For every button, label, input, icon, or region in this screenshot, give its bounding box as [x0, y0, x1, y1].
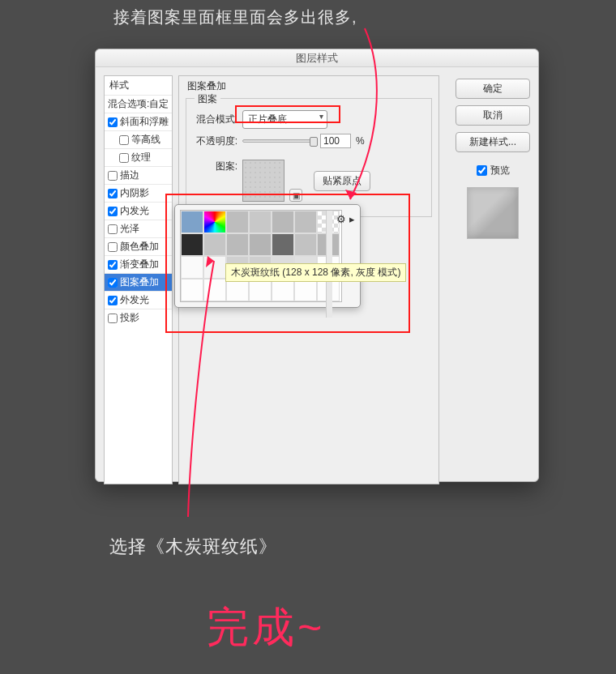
sidebar-item-drop-shadow[interactable]: 投影 [105, 309, 172, 326]
sidebar-item-color-overlay[interactable]: 颜色叠加 [105, 237, 172, 255]
fieldset-legend: 图案 [195, 92, 220, 106]
pattern-swatch[interactable] [203, 233, 226, 256]
checkbox-inner-glow[interactable] [108, 207, 118, 216]
preview-thumbnail [467, 187, 519, 239]
checkbox-stroke[interactable] [108, 171, 118, 181]
pattern-swatch[interactable] [272, 211, 294, 233]
annotation-done: 完成~ [207, 599, 325, 656]
pattern-swatch-grid [180, 210, 342, 302]
opacity-unit: % [356, 135, 365, 147]
pattern-fieldset: 图案 混合模式: 正片叠底 不透明度: 100 % 图案: ▣ [186, 98, 432, 217]
sidebar-item-pattern-overlay[interactable]: 图案叠加 [105, 273, 172, 291]
sidebar-item-inner-glow[interactable]: 内发光 [105, 202, 172, 220]
pattern-swatch[interactable] [249, 233, 272, 256]
opacity-row: 不透明度: 100 % [193, 134, 425, 148]
snap-origin-button[interactable]: 贴紧原点 [314, 171, 370, 191]
pattern-swatch[interactable] [272, 279, 294, 301]
pattern-swatch[interactable] [181, 211, 203, 233]
preview-checkbox[interactable] [477, 165, 487, 176]
sidebar-item-satin[interactable]: 光泽 [105, 220, 172, 237]
pattern-swatch[interactable] [226, 279, 249, 301]
sidebar-item-label: 颜色叠加 [120, 240, 159, 254]
sidebar-item-inner-shadow[interactable]: 内阴影 [105, 184, 172, 202]
style-sidebar: 样式 混合选项:自定 斜面和浮雕 等高线 纹理 描边 内阴影 [104, 75, 173, 484]
pattern-swatch[interactable] [203, 211, 226, 233]
pattern-swatch[interactable] [181, 279, 203, 301]
sidebar-item-texture[interactable]: 纹理 [105, 148, 172, 166]
pattern-row: 图案: ▣ 贴紧原点 [193, 160, 425, 202]
pattern-swatch[interactable] [203, 279, 226, 301]
checkbox-drop-shadow[interactable] [108, 314, 118, 323]
pattern-label: 图案: [193, 160, 237, 173]
opacity-slider[interactable] [242, 139, 315, 143]
checkbox-color-overlay[interactable] [108, 242, 118, 252]
opacity-input[interactable]: 100 [320, 134, 351, 148]
sidebar-item-stroke[interactable]: 描边 [105, 166, 172, 184]
checkbox-texture[interactable] [119, 153, 129, 163]
preview-label: 预览 [490, 164, 510, 177]
cancel-button[interactable]: 取消 [456, 105, 530, 126]
preview-row: 预览 [456, 164, 530, 177]
sidebar-item-label: 渐变叠加 [120, 258, 159, 271]
annotation-bottom: 选择《木炭斑纹纸》 [109, 535, 277, 559]
pattern-swatch[interactable] [203, 256, 226, 279]
sidebar-item-label: 斜面和浮雕 [120, 115, 169, 129]
pattern-tooltip: 木炭斑纹纸 (128 x 128 像素, 灰度 模式) [225, 263, 406, 282]
sidebar-item-label: 内发光 [120, 204, 149, 218]
checkbox-satin[interactable] [108, 224, 118, 234]
new-style-button[interactable]: 新建样式... [456, 132, 530, 152]
pattern-swatch[interactable] [181, 256, 203, 279]
pattern-swatch[interactable] [249, 211, 272, 233]
blend-mode-label: 混合模式: [193, 113, 237, 126]
pattern-swatch[interactable] [294, 233, 317, 256]
pattern-swatch[interactable] [249, 279, 272, 301]
dialog-right-column: 确定 取消 新建样式... 预览 [456, 79, 530, 239]
checkbox-outer-glow[interactable] [108, 296, 118, 305]
pattern-swatch[interactable] [294, 279, 317, 301]
sidebar-item-gradient-overlay[interactable]: 渐变叠加 [105, 255, 172, 273]
sidebar-item-label: 光泽 [120, 222, 139, 236]
checkbox-bevel[interactable] [108, 117, 118, 127]
opacity-label: 不透明度: [193, 134, 237, 148]
sidebar-item-label: 投影 [120, 311, 139, 325]
sidebar-item-bevel[interactable]: 斜面和浮雕 [105, 113, 172, 130]
pattern-swatch[interactable] [294, 211, 317, 233]
dialog-title: 图层样式 [96, 49, 538, 67]
pattern-swatch[interactable] [226, 233, 249, 256]
blend-mode-select[interactable]: 正片叠底 [242, 110, 327, 129]
sidebar-item-contour[interactable]: 等高线 [105, 130, 172, 148]
pattern-swatch[interactable] [181, 233, 203, 256]
sidebar-blend-options[interactable]: 混合选项:自定 [105, 95, 172, 113]
sidebar-item-outer-glow[interactable]: 外发光 [105, 291, 172, 309]
sidebar-item-label: 外发光 [120, 293, 149, 307]
checkbox-inner-shadow[interactable] [108, 189, 118, 198]
opacity-slider-thumb[interactable] [310, 137, 318, 147]
checkbox-contour[interactable] [119, 135, 129, 145]
gear-icon[interactable]: ⚙ ▸ [336, 213, 355, 225]
sidebar-item-label: 等高线 [131, 133, 160, 147]
checkbox-pattern-overlay[interactable] [108, 278, 118, 288]
checkbox-gradient-overlay[interactable] [108, 260, 118, 270]
pattern-well[interactable] [242, 160, 284, 202]
sidebar-heading[interactable]: 样式 [105, 76, 172, 95]
ok-button[interactable]: 确定 [456, 79, 530, 99]
annotation-top: 接着图案里面框里面会多出很多, [113, 6, 357, 28]
sidebar-item-label: 图案叠加 [120, 275, 159, 289]
sidebar-item-label: 描边 [120, 168, 139, 182]
blend-mode-row: 混合模式: 正片叠底 [193, 110, 425, 129]
sidebar-item-label: 纹理 [131, 151, 151, 164]
new-preset-icon[interactable]: ▣ [289, 189, 302, 202]
pattern-swatch[interactable] [272, 233, 294, 256]
panel-section-title: 图案叠加 [187, 79, 438, 93]
sidebar-item-label: 内阴影 [120, 186, 149, 200]
pattern-swatch[interactable] [226, 211, 249, 233]
pattern-picker-popup: ⚙ ▸ [174, 204, 361, 308]
